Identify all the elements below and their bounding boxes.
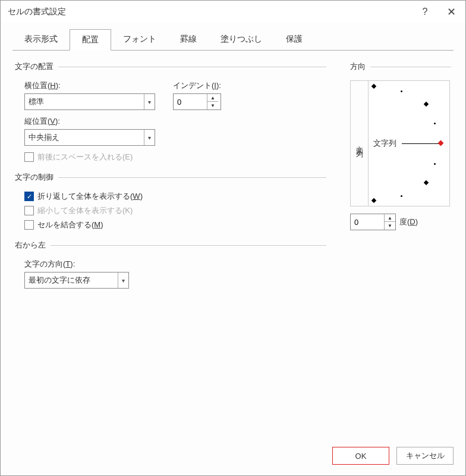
dial-tick-icon <box>371 198 376 203</box>
vertical-combo[interactable]: 中央揃え ▾ <box>24 129 155 146</box>
orientation-dial[interactable]: 文字列 <box>369 81 449 206</box>
shrink-row: 縮小して全体を表示する(K) <box>24 205 326 216</box>
merge-row: セルを結合する(M) <box>24 220 326 230</box>
spin-down-icon[interactable]: ▼ <box>207 102 218 109</box>
merge-label: セルを結合する(M) <box>37 220 103 230</box>
orientation-vertical-text: 文字列 <box>354 140 364 147</box>
dial-dot-icon <box>434 123 436 124</box>
tab-fill[interactable]: 塗りつぶし <box>209 29 274 51</box>
spin-up-icon[interactable]: ▲ <box>207 94 218 102</box>
dial-tick-icon <box>424 180 429 185</box>
indent-input[interactable] <box>174 94 207 109</box>
tab-font[interactable]: フォント <box>111 29 168 51</box>
degree-row: ▲ ▼ 度(D) <box>350 214 451 230</box>
section-text-alignment-label: 文字の配置 <box>15 61 53 72</box>
titlebar: セルの書式設定 ? ✕ <box>1 1 465 23</box>
dialog-title: セルの書式設定 <box>8 7 66 17</box>
cancel-button[interactable]: キャンセル <box>396 447 454 465</box>
tab-body: 文字の配置 横位置(H): 標準 ▾ <box>12 51 454 289</box>
orientation-box: 方向 文字列 文字列 <box>350 61 451 289</box>
ok-button[interactable]: OK <box>332 447 389 465</box>
dial-tick-icon <box>424 102 429 107</box>
divider-line <box>58 177 326 178</box>
vertical-value: 中央揃え <box>29 132 59 143</box>
left-column: 文字の配置 横位置(H): 標準 ▾ <box>15 61 326 289</box>
justify-distributed-checkbox <box>24 152 34 162</box>
content-area: 表示形式 配置 フォント 罫線 塗りつぶし 保護 文字の配置 <box>1 23 465 439</box>
dial-tick-icon <box>371 84 376 89</box>
wrap-label: 折り返して全体を表示する(W) <box>37 191 143 202</box>
divider-line <box>370 67 451 67</box>
horizontal-value: 標準 <box>29 96 44 107</box>
spin-down-icon[interactable]: ▼ <box>385 222 395 230</box>
dialog-footer: OK キャンセル <box>1 439 465 475</box>
dial-dot-icon <box>434 163 436 165</box>
text-control-controls: ✓ 折り返して全体を表示する(W) 縮小して全体を表示する(K) セルを結合する… <box>24 191 326 230</box>
indent-label: インデント(I): <box>173 80 221 91</box>
chevron-down-icon: ▾ <box>144 130 151 145</box>
help-icon[interactable]: ? <box>418 7 432 17</box>
section-text-control: 文字の制御 <box>15 172 326 183</box>
tab-border[interactable]: 罫線 <box>168 29 209 51</box>
divider-line <box>51 245 326 246</box>
wrap-checkbox[interactable]: ✓ <box>24 192 34 201</box>
degree-label: 度(D) <box>399 217 418 227</box>
direction-label: 文字の方向(T): <box>24 259 326 270</box>
dial-dot-icon <box>401 90 402 92</box>
direction-value: 最初の文字に依存 <box>29 275 90 286</box>
dial-dot-icon <box>401 195 402 197</box>
shrink-checkbox <box>24 206 34 215</box>
horizontal-combo[interactable]: 標準 ▾ <box>24 93 155 110</box>
section-orientation: 方向 <box>350 61 451 72</box>
orientation-needle <box>402 143 439 144</box>
justify-distributed-label: 前後にスペースを入れる(E) <box>37 152 133 162</box>
indent-spinner[interactable]: ▲ ▼ <box>173 93 221 110</box>
merge-checkbox[interactable] <box>24 220 34 230</box>
alignment-controls: 横位置(H): 標準 ▾ インデント(I): <box>24 80 326 162</box>
close-icon[interactable]: ✕ <box>444 5 458 18</box>
chevron-down-icon: ▾ <box>118 273 125 288</box>
spin-up-icon[interactable]: ▲ <box>385 214 395 222</box>
degree-spinner[interactable]: ▲ ▼ <box>350 214 396 230</box>
section-text-alignment: 文字の配置 <box>15 61 326 72</box>
horizontal-label: 横位置(H): <box>24 80 155 91</box>
tab-number-format[interactable]: 表示形式 <box>12 29 70 51</box>
shrink-label: 縮小して全体を表示する(K) <box>37 205 133 216</box>
indent-spin-buttons: ▲ ▼ <box>207 94 218 109</box>
dialog-window: セルの書式設定 ? ✕ 表示形式 配置 フォント 罫線 塗りつぶし 保護 文字の… <box>0 0 466 476</box>
titlebar-controls: ? ✕ <box>418 5 458 18</box>
orientation-handle-icon <box>438 140 444 146</box>
section-rtl: 右から左 <box>15 240 326 250</box>
section-rtl-label: 右から左 <box>15 240 46 250</box>
main-columns: 文字の配置 横位置(H): 標準 ▾ <box>15 61 451 289</box>
chevron-down-icon: ▾ <box>144 94 151 109</box>
divider-line <box>58 67 326 67</box>
tab-alignment[interactable]: 配置 <box>70 29 111 51</box>
section-text-control-label: 文字の制御 <box>15 172 53 183</box>
section-orientation-label: 方向 <box>350 61 366 72</box>
justify-distributed-row: 前後にスペースを入れる(E) <box>24 152 326 162</box>
orientation-frame: 文字列 文字列 <box>350 80 450 206</box>
orientation-vertical-button[interactable]: 文字列 <box>351 81 369 206</box>
rtl-controls: 文字の方向(T): 最初の文字に依存 ▾ <box>24 259 326 289</box>
tab-bar: 表示形式 配置 フォント 罫線 塗りつぶし 保護 <box>12 29 454 51</box>
tab-protection[interactable]: 保護 <box>274 29 314 51</box>
wrap-row: ✓ 折り返して全体を表示する(W) <box>24 191 326 202</box>
degree-input[interactable] <box>351 214 384 230</box>
orientation-angle-text: 文字列 <box>373 138 396 149</box>
vertical-label: 縦位置(V): <box>24 116 155 127</box>
direction-combo[interactable]: 最初の文字に依存 ▾ <box>24 272 129 289</box>
degree-spin-buttons: ▲ ▼ <box>384 214 395 230</box>
